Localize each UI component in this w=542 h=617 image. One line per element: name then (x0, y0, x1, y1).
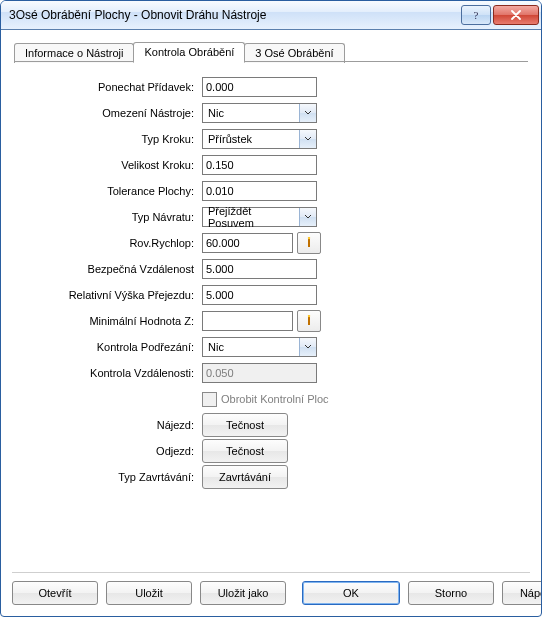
select-typ-kroku-value: Přírůstek (206, 133, 252, 145)
button-odjezd[interactable]: Tečnost (202, 439, 288, 463)
pick-button-rychlop[interactable] (297, 232, 321, 254)
input-ponechat-pridavek[interactable] (202, 77, 317, 97)
select-omezeni-nastroje[interactable]: Nic (202, 103, 317, 123)
wand-icon (304, 237, 314, 249)
input-bezpecna-vzdalenost[interactable] (202, 259, 317, 279)
saveas-button[interactable]: Uložit jako (200, 581, 286, 605)
button-zavrtavani[interactable]: Zavrtávání (202, 465, 288, 489)
select-omezeni-value: Nic (206, 107, 224, 119)
label-min-hodnota-z: Minimální Hodnota Z: (32, 315, 202, 327)
select-typ-navratu-value: Přejíždět Posuvem (206, 205, 299, 229)
label-relativni-vyska: Relativní Výška Přejezdu: (32, 289, 202, 301)
client-area: Informace o Nástroji Kontrola Obrábění 3… (2, 30, 540, 615)
label-bezpecna-vzdalenost: Bezpečná Vzdálenost (32, 263, 202, 275)
open-button[interactable]: Otevřít (12, 581, 98, 605)
label-typ-navratu: Typ Návratu: (32, 211, 202, 223)
checkbox-obrobit-kontrolni (202, 392, 217, 407)
titlebar: 3Osé Obrábění Plochy - Obnovit Dráhu Nás… (1, 1, 541, 30)
label-kontrola-vzdalenosti: Kontrola Vzdálenosti: (32, 367, 202, 379)
label-kontrola-podrezani: Kontrola Podřezání: (32, 341, 202, 353)
select-typ-kroku[interactable]: Přírůstek (202, 129, 317, 149)
input-velikost-kroku[interactable] (202, 155, 317, 175)
tab-3ose[interactable]: 3 Osé Obrábění (244, 43, 344, 63)
label-omezeni-nastroje: Omezení Nástroje: (32, 107, 202, 119)
label-velikost-kroku: Velikost Kroku: (32, 159, 202, 171)
bottom-button-bar: Otevřít Uložit Uložit jako OK Storno Náp… (12, 572, 530, 605)
label-najezd: Nájezd: (32, 419, 202, 431)
tabstrip: Informace o Nástroji Kontrola Obrábění 3… (14, 40, 528, 62)
chevron-down-icon (299, 208, 316, 226)
cancel-button[interactable]: Storno (408, 581, 494, 605)
label-obrobit-kontrolni: Obrobit Kontrolní Ploc (221, 393, 329, 405)
help-button[interactable]: ? (461, 5, 491, 25)
label-tolerance-plochy: Tolerance Plochy: (32, 185, 202, 197)
form-area: Ponechat Přídavek: Omezení Nástroje: Nic… (32, 76, 510, 492)
label-typ-kroku: Typ Kroku: (32, 133, 202, 145)
save-button[interactable]: Uložit (106, 581, 192, 605)
input-min-hodnota-z[interactable] (202, 311, 293, 331)
close-button[interactable] (493, 5, 539, 25)
input-rov-rychlop[interactable] (202, 233, 293, 253)
label-odjezd: Odjezd: (32, 445, 202, 457)
label-ponechat-pridavek: Ponechat Přídavek: (32, 81, 202, 93)
tab-kontrola[interactable]: Kontrola Obrábění (133, 42, 245, 63)
label-rov-rychlop: Rov.Rychlop: (32, 237, 202, 249)
chevron-down-icon (299, 104, 316, 122)
dialog-window: 3Osé Obrábění Plochy - Obnovit Dráhu Nás… (0, 0, 542, 617)
window-buttons: ? (461, 5, 539, 25)
input-tolerance-plochy[interactable] (202, 181, 317, 201)
chevron-down-icon (299, 338, 316, 356)
select-typ-navratu[interactable]: Přejíždět Posuvem (202, 207, 317, 227)
tab-info[interactable]: Informace o Nástroji (14, 43, 134, 63)
input-relativni-vyska[interactable] (202, 285, 317, 305)
select-podrezani-value: Nic (206, 341, 224, 353)
tabstrip-border (14, 61, 528, 62)
button-najezd[interactable]: Tečnost (202, 413, 288, 437)
input-kontrola-vzdalenosti (202, 363, 317, 383)
window-title: 3Osé Obrábění Plochy - Obnovit Dráhu Nás… (9, 8, 461, 22)
close-icon (510, 10, 522, 20)
select-kontrola-podrezani[interactable]: Nic (202, 337, 317, 357)
help-button-bottom[interactable]: Nápověda (502, 581, 542, 605)
wand-icon (304, 315, 314, 327)
label-typ-zavrtavani: Typ Zavrtávání: (32, 471, 202, 483)
ok-button[interactable]: OK (302, 581, 400, 605)
chevron-down-icon (299, 130, 316, 148)
pick-button-minz[interactable] (297, 310, 321, 332)
